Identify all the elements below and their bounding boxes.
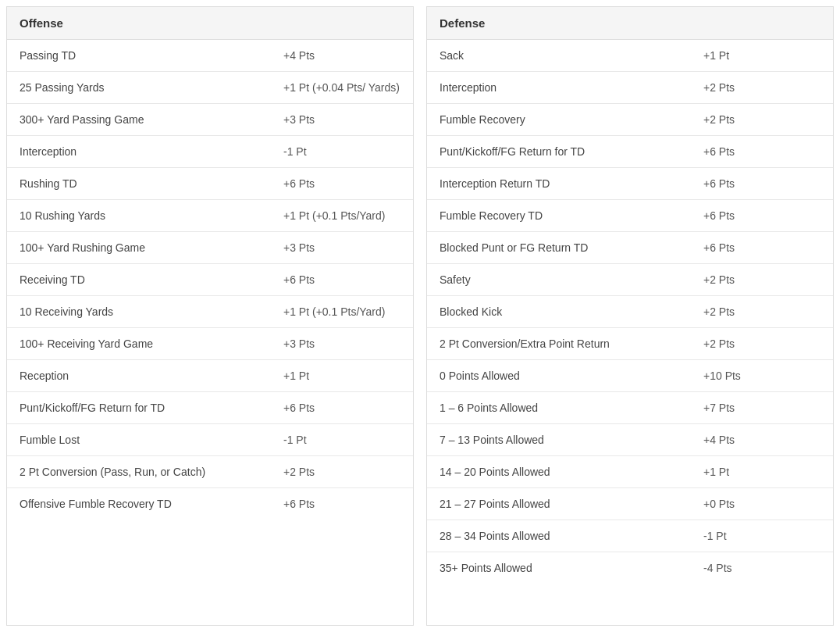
table-row: 10 Receiving Yards +1 Pt (+0.1 Pts/Yard): [7, 296, 413, 328]
defense-row-label: Fumble Recovery TD: [427, 200, 691, 232]
table-row: Punt/Kickoff/FG Return for TD +6 Pts: [7, 392, 413, 424]
table-row: Fumble Recovery TD +6 Pts: [427, 200, 833, 232]
table-row: 10 Rushing Yards +1 Pt (+0.1 Pts/Yard): [7, 200, 413, 232]
offense-row-value: -1 Pt: [271, 424, 413, 456]
offense-row-value: +6 Pts: [271, 264, 413, 296]
defense-row-value: +6 Pts: [691, 136, 833, 168]
defense-row-value: +10 Pts: [691, 360, 833, 392]
defense-row-label: 2 Pt Conversion/Extra Point Return: [427, 328, 691, 360]
offense-row-label: Receiving TD: [7, 264, 271, 296]
defense-row-label: Blocked Kick: [427, 296, 691, 328]
offense-row-value: +6 Pts: [271, 392, 413, 424]
offense-row-value: +3 Pts: [271, 104, 413, 136]
defense-row-label: 21 – 27 Points Allowed: [427, 488, 691, 520]
offense-row-label: 100+ Yard Rushing Game: [7, 232, 271, 264]
table-row: 0 Points Allowed +10 Pts: [427, 360, 833, 392]
table-row: Interception +2 Pts: [427, 72, 833, 104]
table-row: 1 – 6 Points Allowed +7 Pts: [427, 392, 833, 424]
defense-table: Sack +1 Pt Interception +2 Pts Fumble Re…: [427, 40, 833, 584]
defense-row-value: -1 Pt: [691, 520, 833, 552]
defense-row-value: +2 Pts: [691, 264, 833, 296]
table-row: 35+ Points Allowed -4 Pts: [427, 552, 833, 584]
defense-row-value: +6 Pts: [691, 168, 833, 200]
defense-row-value: +7 Pts: [691, 392, 833, 424]
defense-section: Defense Sack +1 Pt Interception +2 Pts F…: [426, 6, 834, 626]
offense-row-label: 2 Pt Conversion (Pass, Run, or Catch): [7, 456, 271, 488]
table-row: Fumble Lost -1 Pt: [7, 424, 413, 456]
offense-row-label: 10 Rushing Yards: [7, 200, 271, 232]
table-row: Interception Return TD +6 Pts: [427, 168, 833, 200]
defense-row-value: +1 Pt: [691, 40, 833, 72]
defense-row-label: 14 – 20 Points Allowed: [427, 456, 691, 488]
offense-row-value: +1 Pt: [271, 360, 413, 392]
offense-row-value: +2 Pts: [271, 456, 413, 488]
offense-row-value: +1 Pt (+0.1 Pts/Yard): [271, 296, 413, 328]
offense-row-value: +1 Pt (+0.1 Pts/Yard): [271, 200, 413, 232]
table-row: Offensive Fumble Recovery TD +6 Pts: [7, 488, 413, 520]
offense-row-label: Punt/Kickoff/FG Return for TD: [7, 392, 271, 424]
defense-row-value: +6 Pts: [691, 232, 833, 264]
offense-row-label: 25 Passing Yards: [7, 72, 271, 104]
defense-row-value: -4 Pts: [691, 552, 833, 584]
offense-row-label: 300+ Yard Passing Game: [7, 104, 271, 136]
defense-row-label: Blocked Punt or FG Return TD: [427, 232, 691, 264]
offense-row-label: Fumble Lost: [7, 424, 271, 456]
defense-row-value: +0 Pts: [691, 488, 833, 520]
offense-row-label: Offensive Fumble Recovery TD: [7, 488, 271, 520]
defense-row-label: 0 Points Allowed: [427, 360, 691, 392]
table-row: Punt/Kickoff/FG Return for TD +6 Pts: [427, 136, 833, 168]
defense-row-label: 7 – 13 Points Allowed: [427, 424, 691, 456]
offense-row-label: Rushing TD: [7, 168, 271, 200]
table-row: Reception +1 Pt: [7, 360, 413, 392]
table-row: 100+ Yard Rushing Game +3 Pts: [7, 232, 413, 264]
table-row: Receiving TD +6 Pts: [7, 264, 413, 296]
offense-row-value: +6 Pts: [271, 488, 413, 520]
offense-row-value: +4 Pts: [271, 40, 413, 72]
table-row: 100+ Receiving Yard Game +3 Pts: [7, 328, 413, 360]
offense-row-value: +3 Pts: [271, 328, 413, 360]
offense-section: Offense Passing TD +4 Pts 25 Passing Yar…: [6, 6, 414, 626]
table-row: Fumble Recovery +2 Pts: [427, 104, 833, 136]
table-row: Passing TD +4 Pts: [7, 40, 413, 72]
defense-row-value: +6 Pts: [691, 200, 833, 232]
defense-row-value: +2 Pts: [691, 72, 833, 104]
defense-row-label: 28 – 34 Points Allowed: [427, 520, 691, 552]
defense-row-label: 35+ Points Allowed: [427, 552, 691, 584]
table-row: Sack +1 Pt: [427, 40, 833, 72]
table-row: Blocked Kick +2 Pts: [427, 296, 833, 328]
table-row: 21 – 27 Points Allowed +0 Pts: [427, 488, 833, 520]
defense-row-value: +4 Pts: [691, 424, 833, 456]
offense-row-label: Interception: [7, 136, 271, 168]
offense-header: Offense: [7, 7, 413, 40]
table-row: 28 – 34 Points Allowed -1 Pt: [427, 520, 833, 552]
defense-row-label: 1 – 6 Points Allowed: [427, 392, 691, 424]
offense-row-label: Passing TD: [7, 40, 271, 72]
defense-row-label: Interception: [427, 72, 691, 104]
table-row: 300+ Yard Passing Game +3 Pts: [7, 104, 413, 136]
offense-row-value: +3 Pts: [271, 232, 413, 264]
offense-row-label: 100+ Receiving Yard Game: [7, 328, 271, 360]
defense-row-label: Sack: [427, 40, 691, 72]
table-row: 2 Pt Conversion (Pass, Run, or Catch) +2…: [7, 456, 413, 488]
offense-row-value: -1 Pt: [271, 136, 413, 168]
offense-row-label: Reception: [7, 360, 271, 392]
defense-row-label: Safety: [427, 264, 691, 296]
table-row: 14 – 20 Points Allowed +1 Pt: [427, 456, 833, 488]
table-row: 2 Pt Conversion/Extra Point Return +2 Pt…: [427, 328, 833, 360]
table-row: Rushing TD +6 Pts: [7, 168, 413, 200]
defense-row-label: Punt/Kickoff/FG Return for TD: [427, 136, 691, 168]
table-row: Safety +2 Pts: [427, 264, 833, 296]
offense-row-label: 10 Receiving Yards: [7, 296, 271, 328]
defense-row-value: +1 Pt: [691, 456, 833, 488]
defense-row-value: +2 Pts: [691, 296, 833, 328]
offense-row-value: +6 Pts: [271, 168, 413, 200]
defense-row-label: Interception Return TD: [427, 168, 691, 200]
table-row: 7 – 13 Points Allowed +4 Pts: [427, 424, 833, 456]
offense-table: Passing TD +4 Pts 25 Passing Yards +1 Pt…: [7, 40, 413, 520]
defense-row-label: Fumble Recovery: [427, 104, 691, 136]
defense-row-value: +2 Pts: [691, 104, 833, 136]
table-row: Blocked Punt or FG Return TD +6 Pts: [427, 232, 833, 264]
offense-row-value: +1 Pt (+0.04 Pts/ Yards): [271, 72, 413, 104]
table-row: 25 Passing Yards +1 Pt (+0.04 Pts/ Yards…: [7, 72, 413, 104]
defense-header: Defense: [427, 7, 833, 40]
